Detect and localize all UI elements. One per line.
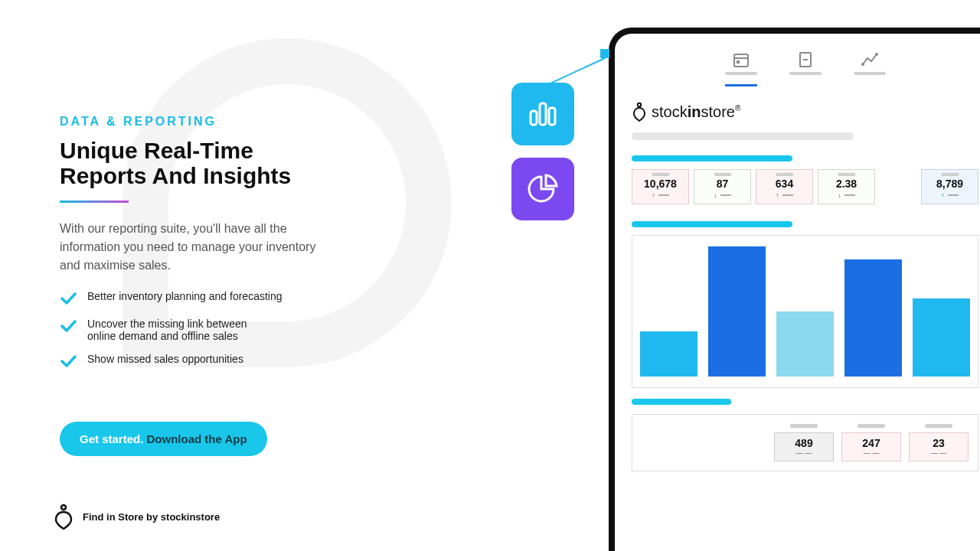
- svg-point-12: [875, 53, 878, 56]
- chart-bar: [844, 259, 902, 377]
- eyebrow: DATA & REPORTING: [60, 115, 381, 129]
- svg-point-13: [638, 103, 641, 106]
- tab-trends[interactable]: [854, 51, 886, 86]
- feature-item: Better inventory planning and forecastin…: [60, 290, 381, 307]
- tab-calendar[interactable]: [725, 51, 757, 86]
- bar-chart: [632, 235, 978, 388]
- calendar-icon: [732, 51, 750, 69]
- feature-item: Uncover the missing link between online …: [60, 318, 381, 342]
- metric-card[interactable]: 2.38↓: [818, 169, 875, 204]
- tab-bar: [632, 51, 978, 86]
- metric-card[interactable]: 634↑: [756, 169, 813, 204]
- metric-row: 10,678↑87↓634↑2.38↓8,789↑: [632, 169, 978, 204]
- svg-rect-8: [737, 60, 740, 64]
- trend-icon: [861, 51, 879, 69]
- svg-rect-4: [549, 108, 555, 125]
- headline-line-1: Unique Real-Time: [60, 138, 253, 163]
- feature-text: Show missed sales opportunities: [87, 353, 243, 365]
- summary-card[interactable]: 23— —: [909, 424, 969, 461]
- connector-line: [545, 49, 614, 87]
- chart-bar: [640, 331, 697, 377]
- feature-item: Show missed sales opportunities: [60, 353, 381, 370]
- svg-point-5: [61, 505, 66, 510]
- metric-card[interactable]: 10,678↑: [632, 169, 689, 204]
- chart-bar: [913, 298, 970, 377]
- accent-underline: [60, 201, 129, 203]
- section-heading-bar: [632, 221, 792, 227]
- check-icon: [60, 290, 77, 307]
- device-mockup: stockinstore® 10,678↑87↓634↑2.38↓8,789↑ …: [609, 28, 980, 551]
- skeleton-line: [632, 132, 854, 140]
- svg-line-1: [545, 58, 605, 86]
- footer-text: Find in Store by stockinstore: [83, 511, 220, 523]
- logo-part: in: [688, 103, 701, 120]
- body-copy: With our reporting suite, you'll have al…: [60, 220, 320, 275]
- logo-part: stock: [652, 103, 688, 120]
- tab-document[interactable]: [789, 51, 822, 86]
- logo-part: store: [701, 103, 734, 120]
- headline: Unique Real-Time Reports And Insights: [60, 138, 381, 188]
- document-icon: [796, 51, 815, 69]
- cta-lead: Get started.: [80, 432, 147, 445]
- pie-chart-tile: [511, 158, 574, 220]
- svg-rect-6: [734, 54, 748, 67]
- metric-card[interactable]: 87↓: [694, 169, 751, 204]
- pie-chart-icon: [526, 172, 560, 206]
- metric-card[interactable]: 8,789↑: [921, 169, 978, 204]
- section-heading-bar: [632, 399, 731, 405]
- footer-brand: Find in Store by stockinstore: [54, 504, 220, 530]
- svg-rect-3: [540, 103, 546, 125]
- feature-text: Better inventory planning and forecastin…: [87, 290, 283, 302]
- app-logo: stockinstore®: [632, 102, 978, 122]
- summary-card[interactable]: 489— —: [774, 424, 834, 461]
- pin-icon: [632, 102, 647, 122]
- cta-action: Download the App: [147, 432, 247, 445]
- chart-bar: [708, 246, 766, 377]
- check-icon: [60, 318, 77, 334]
- svg-point-11: [861, 63, 864, 66]
- bar-chart-tile: [511, 83, 574, 145]
- check-icon: [60, 353, 77, 370]
- get-started-button[interactable]: Get started. Download the App: [60, 422, 267, 456]
- svg-rect-2: [531, 111, 537, 125]
- pin-icon: [54, 504, 74, 530]
- summary-cards: 489— —247— —23— —: [632, 414, 978, 471]
- svg-rect-0: [600, 49, 609, 58]
- section-heading-bar: [632, 155, 792, 161]
- summary-card[interactable]: 247— —: [841, 424, 901, 461]
- bar-chart-icon: [526, 97, 560, 131]
- feature-text: Uncover the missing link between online …: [87, 318, 263, 342]
- headline-line-2: Reports And Insights: [60, 163, 291, 188]
- chart-bar: [776, 311, 834, 377]
